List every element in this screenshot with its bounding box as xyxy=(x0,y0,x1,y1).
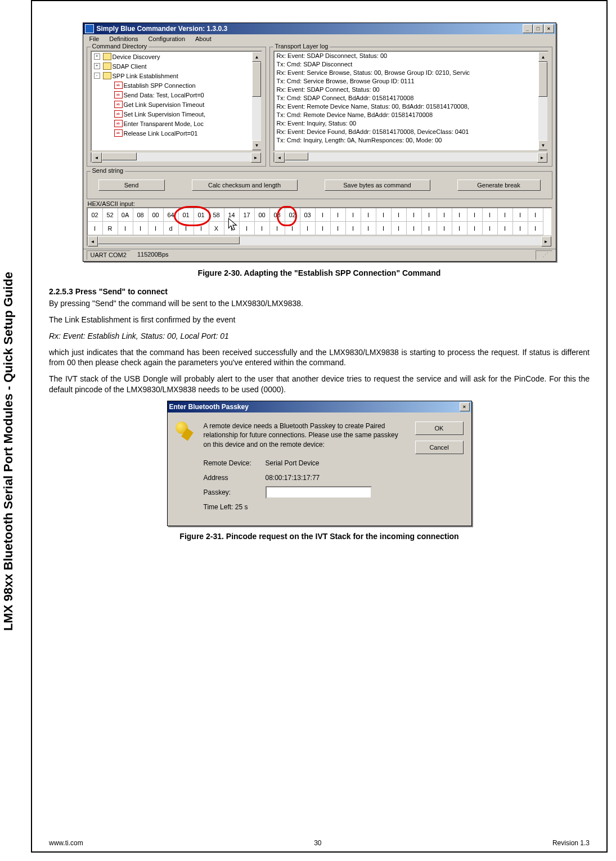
hex-cell[interactable]: I xyxy=(316,222,331,235)
hex-cell[interactable]: I xyxy=(513,222,528,235)
hex-cell[interactable]: I xyxy=(483,208,498,222)
hex-cell[interactable]: 08 xyxy=(133,208,149,222)
transport-log-fieldset: Transport Layer log Rx: Event: SDAP Disc… xyxy=(269,47,552,167)
hex-cell[interactable]: I xyxy=(407,222,422,235)
hex-cell[interactable]: d xyxy=(164,222,179,235)
hex-cell[interactable]: I xyxy=(392,222,407,235)
command-tree[interactable]: +Device Discovery+SDAP Client-SPP Link E… xyxy=(91,51,262,151)
hex-cell[interactable]: I xyxy=(361,222,376,235)
tree-item[interactable]: abRelease Link LocalPort=01 xyxy=(92,128,261,138)
tree-item[interactable]: +SDAP Client xyxy=(92,61,261,71)
hex-cell[interactable]: 00 xyxy=(255,208,270,222)
hex-cell[interactable]: I xyxy=(118,222,133,235)
save-bytes-button[interactable]: Save bytes as command xyxy=(325,180,430,191)
hex-cell[interactable]: I xyxy=(194,222,209,235)
calc-checksum-button[interactable]: Calc checksum and length xyxy=(192,180,298,191)
ok-button[interactable]: OK xyxy=(415,421,464,435)
hex-cell[interactable]: 08 xyxy=(270,208,285,222)
hex-cell[interactable]: 02 xyxy=(285,208,300,222)
menu-about[interactable]: About xyxy=(191,35,216,43)
scroll-down-icon[interactable]: ▼ xyxy=(252,140,262,150)
hex-cell[interactable]: 52 xyxy=(103,208,118,222)
close-icon[interactable]: × xyxy=(460,402,470,411)
minimize-icon[interactable]: _ xyxy=(523,24,533,33)
scroll-down-icon[interactable]: ▼ xyxy=(538,140,548,150)
tree-item[interactable]: abEnter Transparent Mode, Loc xyxy=(92,119,261,128)
hex-cell[interactable]: 01 xyxy=(179,208,194,222)
hex-cell[interactable]: I xyxy=(437,222,452,235)
maximize-icon[interactable]: □ xyxy=(533,24,543,33)
log-hscroll[interactable]: ◄ ► xyxy=(273,153,548,163)
hex-cell[interactable]: I xyxy=(528,208,543,222)
scroll-left-icon[interactable]: ◄ xyxy=(88,236,98,246)
hex-cell[interactable]: 00 xyxy=(149,208,164,222)
hex-cell[interactable]: I xyxy=(452,208,467,222)
hex-cell[interactable]: I xyxy=(392,208,407,222)
hex-cell[interactable]: I xyxy=(498,222,513,235)
hex-cell[interactable]: I xyxy=(422,208,437,222)
cancel-button[interactable]: Cancel xyxy=(415,441,464,454)
hex-cell[interactable]: I xyxy=(270,222,285,235)
hex-cell[interactable]: I xyxy=(528,222,543,235)
hex-cell[interactable]: 58 xyxy=(209,208,224,222)
hex-cell[interactable]: 02 xyxy=(88,208,103,222)
close-icon[interactable]: × xyxy=(544,24,554,33)
tree-item[interactable]: -SPP Link Establishment xyxy=(92,71,261,80)
hex-cell[interactable]: I xyxy=(452,222,467,235)
hex-cell[interactable]: I xyxy=(285,222,300,235)
hex-cell[interactable]: I xyxy=(179,222,194,235)
hex-cell[interactable]: I xyxy=(361,208,376,222)
hex-cell[interactable]: I xyxy=(346,222,361,235)
hex-cell[interactable]: I xyxy=(376,222,392,235)
hex-cell[interactable]: I xyxy=(467,222,483,235)
hex-cell[interactable]: I xyxy=(255,222,270,235)
hex-cell[interactable]: I xyxy=(240,222,255,235)
send-button[interactable]: Send xyxy=(98,180,165,191)
hex-cell[interactable]: I xyxy=(483,222,498,235)
hex-input[interactable]: 02520A080064010158141700080203IIIIIIIIII… xyxy=(87,207,552,236)
hex-hscroll[interactable]: ◄ ► xyxy=(87,236,552,246)
hex-cell[interactable]: I xyxy=(422,222,437,235)
hex-cell[interactable]: I xyxy=(149,222,164,235)
hex-cell[interactable]: I xyxy=(498,208,513,222)
tree-hscroll[interactable]: ◄ ► xyxy=(91,153,262,163)
scroll-up-icon[interactable]: ▲ xyxy=(252,52,262,62)
tree-item[interactable]: +Device Discovery xyxy=(92,52,261,61)
hex-cell[interactable]: 64 xyxy=(164,208,179,222)
menu-definitions[interactable]: Definitions xyxy=(105,35,142,43)
hex-cell[interactable]: 0A xyxy=(118,208,133,222)
menu-file[interactable]: File xyxy=(85,35,104,43)
tree-item[interactable]: abSend Data: Test, LocalPort=0 xyxy=(92,90,261,100)
hex-cell[interactable]: I xyxy=(133,222,149,235)
tree-item[interactable]: abSet Link Supervision Timeout, xyxy=(92,109,261,119)
scroll-right-icon[interactable]: ► xyxy=(537,153,547,163)
hex-cell[interactable]: I xyxy=(331,222,346,235)
scroll-up-icon[interactable]: ▲ xyxy=(538,52,548,62)
hex-cell[interactable]: I xyxy=(88,222,103,235)
resize-grip-icon[interactable]: ⋰ xyxy=(536,250,552,260)
passkey-input[interactable] xyxy=(266,486,372,499)
hex-cell[interactable]: I xyxy=(467,208,483,222)
hex-cell[interactable]: 03 xyxy=(300,208,316,222)
hex-cell[interactable]: I xyxy=(316,208,331,222)
tree-item[interactable]: abEstablish SPP Connection xyxy=(92,80,261,90)
hex-cell[interactable]: I xyxy=(513,208,528,222)
hex-cell[interactable]: I xyxy=(407,208,422,222)
scroll-left-icon[interactable]: ◄ xyxy=(92,153,102,163)
hex-cell[interactable]: 01 xyxy=(194,208,209,222)
menu-configuration[interactable]: Configuration xyxy=(144,35,190,43)
hex-cell[interactable]: I xyxy=(346,208,361,222)
hex-cell[interactable]: I xyxy=(437,208,452,222)
hex-cell[interactable]: R xyxy=(103,222,118,235)
hex-cell[interactable]: I xyxy=(376,208,392,222)
hex-cell[interactable]: 17 xyxy=(240,208,255,222)
scroll-right-icon[interactable]: ► xyxy=(251,153,261,163)
hex-cell[interactable]: I xyxy=(300,222,316,235)
scroll-left-icon[interactable]: ◄ xyxy=(275,153,285,163)
transport-log[interactable]: Rx: Event: SDAP Disconnect, Status: 00Tx… xyxy=(273,51,548,151)
tree-item[interactable]: abGet Link Supervision Timeout xyxy=(92,100,261,109)
hex-cell[interactable]: X xyxy=(209,222,224,235)
scroll-right-icon[interactable]: ► xyxy=(541,236,551,246)
generate-break-button[interactable]: Generate break xyxy=(457,180,541,191)
hex-cell[interactable]: I xyxy=(331,208,346,222)
